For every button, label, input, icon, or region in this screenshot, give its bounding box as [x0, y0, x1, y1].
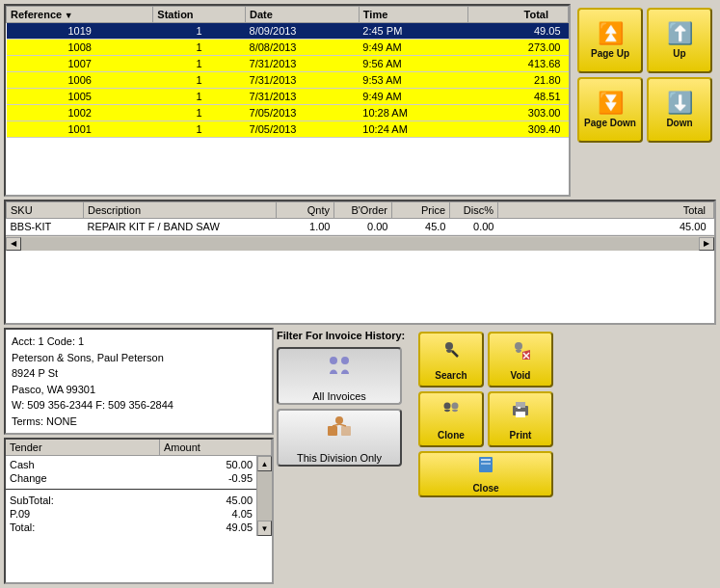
invoice-total: 48.51 [467, 89, 568, 105]
invoice-reference: 1008 [7, 40, 153, 56]
col-total: Total [467, 7, 568, 23]
close-label: Close [472, 483, 498, 494]
scroll-right-button[interactable]: ▶ [699, 237, 714, 251]
invoice-row[interactable]: 1008 1 8/08/2013 9:49 AM 273.00 [7, 40, 569, 56]
clone-button[interactable]: Clone [418, 391, 484, 447]
detail-border: 0.00 [334, 219, 392, 235]
void-icon [509, 338, 532, 366]
all-invoices-button[interactable]: All Invoices [277, 347, 402, 405]
svg-point-4 [335, 416, 343, 424]
search-button[interactable]: Search [418, 332, 484, 388]
svg-point-14 [452, 403, 459, 410]
clone-icon [440, 398, 463, 426]
invoice-reference: 1002 [7, 105, 153, 121]
invoice-time: 9:53 AM [359, 72, 467, 89]
col-sku: SKU [7, 202, 84, 219]
tender-scroll-down[interactable]: ▼ [257, 521, 272, 536]
svg-point-9 [515, 342, 522, 350]
p09-label: P.09 [10, 508, 30, 520]
tender-item-amount: -0.95 [228, 472, 253, 484]
invoice-row[interactable]: 1005 1 7/31/2013 9:49 AM 48.51 [7, 89, 569, 105]
customer-name: Peterson & Sons, Paul Peterson [12, 350, 266, 366]
detail-sku: BBS-KIT [7, 219, 84, 235]
detail-section: SKU Description Qnty B'Order Price Disc%… [4, 200, 716, 325]
col-disc: Disc% [450, 202, 498, 219]
horizontal-scrollbar[interactable]: ◀ ▶ [6, 235, 714, 251]
invoice-station: 1 [153, 40, 246, 56]
svg-point-1 [341, 357, 349, 364]
void-label: Void [511, 370, 531, 381]
this-division-button[interactable]: This Division Only [277, 409, 402, 467]
subtotal-value: 45.00 [226, 494, 253, 506]
invoice-time: 9:49 AM [359, 40, 467, 56]
close-button[interactable]: Close [418, 451, 553, 497]
customer-terms: Terms: NONE [12, 414, 266, 430]
tender-item-amount: 50.00 [226, 459, 253, 470]
invoice-total: 303.00 [467, 105, 568, 121]
invoice-reference: 1006 [7, 72, 153, 89]
invoice-date: 7/31/2013 [246, 56, 360, 72]
invoice-date: 7/31/2013 [246, 72, 360, 89]
col-reference[interactable]: Reference [7, 7, 153, 23]
invoice-station: 1 [153, 72, 246, 89]
col-date: Date [246, 7, 360, 23]
invoice-station: 1 [153, 105, 246, 121]
tender-scroll-up[interactable]: ▲ [257, 456, 272, 471]
invoice-row[interactable]: 1002 1 7/05/2013 10:28 AM 303.00 [7, 105, 569, 121]
up-button[interactable]: ⬆️ Up [647, 8, 712, 73]
clone-label: Clone [438, 430, 465, 441]
svg-point-7 [445, 342, 453, 350]
col-price: Price [392, 202, 450, 219]
detail-disc: 0.00 [450, 219, 498, 235]
total-label: Total: [10, 521, 35, 533]
down-label: Down [666, 118, 692, 128]
col-description: Description [84, 202, 277, 219]
print-label: Print [510, 430, 532, 441]
invoice-row[interactable]: 1007 1 7/31/2013 9:56 AM 413.68 [7, 56, 569, 72]
this-division-label: This Division Only [297, 452, 382, 464]
invoice-time: 9:49 AM [359, 89, 467, 105]
tender-row: Change -0.95 [10, 471, 253, 485]
col-detail-total: Total [498, 202, 714, 219]
page-up-button[interactable]: ⏫ Page Up [577, 8, 643, 73]
up-label: Up [673, 48, 685, 59]
detail-description: REPAIR KIT F / BAND SAW [84, 219, 277, 235]
invoice-total: 413.68 [467, 56, 568, 72]
col-station: Station [153, 7, 246, 23]
print-button[interactable]: Print [488, 391, 553, 447]
scroll-track[interactable] [21, 237, 699, 251]
void-button[interactable]: Void [488, 332, 553, 388]
svg-rect-3 [341, 426, 351, 436]
invoice-date: 7/31/2013 [246, 89, 360, 105]
invoice-date: 7/05/2013 [246, 121, 360, 138]
scroll-left-button[interactable]: ◀ [6, 237, 21, 251]
customer-city: Pasco, WA 99301 [12, 382, 266, 398]
detail-row[interactable]: BBS-KIT REPAIR KIT F / BAND SAW 1.00 0.0… [7, 219, 714, 235]
invoice-date: 7/05/2013 [246, 105, 360, 121]
invoice-reference: 1019 [7, 23, 153, 40]
tender-item-label: Change [10, 472, 47, 484]
page-down-button[interactable]: ⏬ Page Down [577, 77, 643, 143]
tender-scroll-track[interactable] [257, 471, 272, 521]
invoice-station: 1 [153, 23, 246, 40]
page-down-icon: ⏬ [598, 93, 624, 114]
invoice-row[interactable]: 1019 1 8/09/2013 2:45 PM 49.05 [7, 23, 569, 40]
col-border: B'Order [334, 202, 392, 219]
nav-buttons-panel: ⏫ Page Up ⬆️ Up ⏬ Page Down ⬇️ Down [573, 4, 716, 197]
detail-price: 45.0 [392, 219, 450, 235]
svg-point-0 [330, 357, 337, 364]
invoice-row[interactable]: 1006 1 7/31/2013 9:53 AM 21.80 [7, 72, 569, 89]
down-button[interactable]: ⬇️ Down [647, 77, 712, 143]
invoice-time: 9:56 AM [359, 56, 467, 72]
page-up-icon: ⏫ [598, 23, 624, 44]
invoice-time: 10:28 AM [359, 105, 467, 121]
invoice-reference: 1007 [7, 56, 153, 72]
customer-address: 8924 P St [12, 365, 266, 382]
invoice-row[interactable]: 1001 1 7/05/2013 10:24 AM 309.40 [7, 121, 569, 138]
invoice-reference: 1001 [7, 121, 153, 138]
customer-acct: Acct: 1 Code: 1 [12, 334, 266, 350]
col-qty: Qnty [277, 202, 334, 219]
invoice-total: 21.80 [467, 72, 568, 89]
svg-point-13 [444, 403, 451, 410]
subtotal-label: SubTotal: [10, 494, 54, 506]
